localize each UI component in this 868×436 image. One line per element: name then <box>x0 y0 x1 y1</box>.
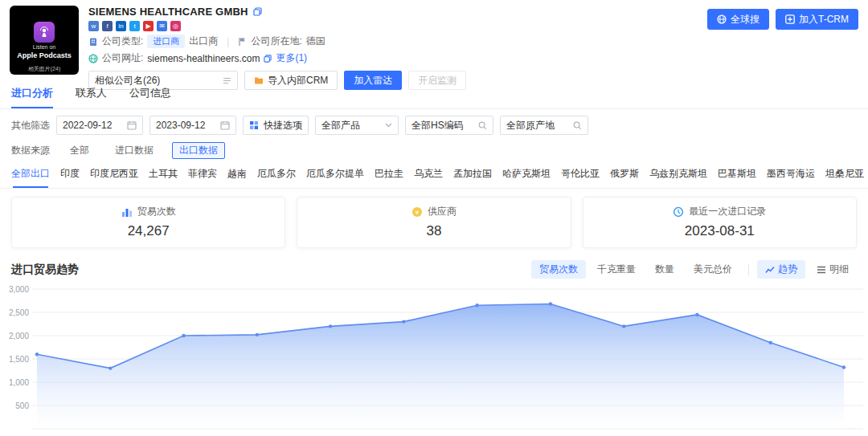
country-tab[interactable]: 巴基斯坦 <box>718 167 756 181</box>
product-select[interactable]: 全部产品 <box>315 116 399 135</box>
company-info: SIEMENS HEALTHCARE GMBH wfint▶✉◎ 公司类型: 进… <box>88 6 707 79</box>
global-search-button[interactable]: 全球搜 <box>707 9 769 30</box>
copy-link-icon[interactable] <box>264 55 272 63</box>
flag-icon <box>238 37 247 47</box>
company-header: Listen on Apple Podcasts 相关图片(24) SIEMEN… <box>0 0 868 79</box>
svg-text:3,000: 3,000 <box>9 285 29 294</box>
company-type-importer-tag[interactable]: 进口商 <box>147 35 185 48</box>
hs-code-select[interactable]: 全部HS编码 <box>405 116 493 135</box>
line-chart-icon <box>765 265 775 275</box>
linkedin-icon[interactable]: in <box>116 21 126 31</box>
country-tab[interactable]: 巴拉圭 <box>375 167 403 181</box>
globe-search-icon <box>717 14 727 24</box>
country-tab[interactable]: 俄罗斯 <box>610 167 639 181</box>
trend-controls: 贸易次数千克重量数量美元总价趋势明细 <box>531 260 857 279</box>
divider <box>748 264 749 275</box>
start-monitor-button[interactable]: 开启监测 <box>408 71 466 90</box>
svg-text:2,500: 2,500 <box>9 308 29 317</box>
stat-value: 38 <box>297 223 570 239</box>
country-tab[interactable]: 印度 <box>60 167 80 181</box>
trend-chart[interactable]: 5001,0001,5002,0002,5003,0002022-092022-… <box>2 281 866 436</box>
folder-import-icon <box>254 75 264 85</box>
metric-button[interactable]: 贸易次数 <box>531 260 586 279</box>
country-tab[interactable]: 坦桑尼亚 <box>825 167 864 181</box>
website-icon[interactable]: w <box>88 21 99 31</box>
company-type-exporter-tag[interactable]: 出口商 <box>189 35 218 48</box>
data-source-option[interactable]: 进口数据 <box>108 142 161 159</box>
country-tab[interactable]: 全部出口 <box>11 167 50 181</box>
youtube-icon[interactable]: ▶ <box>143 21 154 31</box>
location-label: 公司所在地: <box>251 35 301 48</box>
country-tab[interactable]: 厄瓜多尔提单 <box>306 167 364 181</box>
country-tab[interactable]: 哥伦比亚 <box>561 167 600 181</box>
date-start-input[interactable]: 2022-09-12 <box>56 116 143 135</box>
country-tab[interactable]: 土耳其 <box>149 167 178 181</box>
other-filter-label: 其他筛选 <box>11 119 50 132</box>
supplier-icon: ¥ <box>411 206 423 218</box>
facebook-icon[interactable]: f <box>102 21 113 31</box>
tab-contacts[interactable]: 联系人 <box>76 86 107 108</box>
list-expand-icon <box>223 76 231 85</box>
globe-icon <box>88 54 98 63</box>
chart-area: 5001,0001,5002,0002,5003,0002022-092022-… <box>0 281 868 436</box>
stat-card: 最近一次进口记录2023-08-31 <box>583 197 857 248</box>
twitter-icon[interactable]: t <box>129 21 140 31</box>
email-icon[interactable]: ✉ <box>157 21 167 31</box>
country-tab[interactable]: 印度尼西亚 <box>90 167 138 181</box>
data-source-row: 数据来源 全部进口数据出口数据 <box>0 138 868 161</box>
stat-value: 2023-08-31 <box>583 223 856 239</box>
plus-square-icon <box>785 14 795 24</box>
data-source-label: 数据来源 <box>11 144 50 157</box>
join-radar-button[interactable]: 加入雷达 <box>344 71 402 90</box>
country-tab[interactable]: 越南 <box>227 167 247 181</box>
quick-options-button[interactable]: 快捷选项 <box>243 116 309 135</box>
stat-value: 24,267 <box>12 223 285 239</box>
logo-caption: 相关图片(24) <box>10 65 79 73</box>
data-source-options: 全部进口数据出口数据 <box>63 142 225 159</box>
metric-button[interactable]: 千克重量 <box>589 260 644 279</box>
import-crm-button[interactable]: 导入内部CRM <box>244 71 338 90</box>
metric-button[interactable]: 数量 <box>647 260 682 279</box>
country-tab[interactable]: 厄瓜多尔 <box>257 167 296 181</box>
list-icon <box>817 265 826 275</box>
view-button[interactable]: 趋势 <box>757 260 805 279</box>
date-end-input[interactable]: 2023-09-12 <box>149 116 236 135</box>
metric-button[interactable]: 美元总价 <box>686 260 740 279</box>
stat-card: ¥供应商38 <box>297 197 571 248</box>
stat-label: 最近一次进口记录 <box>689 205 766 218</box>
chevron-down-icon <box>385 123 392 128</box>
data-source-option[interactable]: 全部 <box>63 142 96 159</box>
svg-text:500: 500 <box>15 401 29 410</box>
country-tab[interactable]: 乌克兰 <box>414 167 443 181</box>
trend-header: 进口贸易趋势 贸易次数千克重量数量美元总价趋势明细 <box>0 256 868 281</box>
search-icon <box>573 121 582 130</box>
tab-import-analysis[interactable]: 进口分析 <box>11 86 53 108</box>
trend-title: 进口贸易趋势 <box>11 263 79 277</box>
stat-label: 贸易次数 <box>137 205 176 218</box>
website-link[interactable]: siemens-healthineers.com <box>147 53 260 64</box>
country-tabs-row: 全部出口印度印度尼西亚土耳其菲律宾越南厄瓜多尔厄瓜多尔提单巴拉圭乌克兰孟加拉国哈… <box>0 161 868 189</box>
copy-icon[interactable] <box>253 7 262 16</box>
join-tcrm-button[interactable]: 加入T-CRM <box>776 9 858 30</box>
company-type-label: 公司类型: <box>102 35 143 48</box>
view-button[interactable]: 明细 <box>809 260 857 279</box>
svg-text:¥: ¥ <box>415 209 420 216</box>
company-logo: Listen on Apple Podcasts 相关图片(24) <box>10 6 79 75</box>
country-tab[interactable]: 孟加拉国 <box>453 167 492 181</box>
calendar-icon <box>220 120 230 130</box>
country-tab[interactable]: 墨西哥海运 <box>767 167 815 181</box>
apple-podcasts-icon <box>34 22 55 43</box>
country-tab[interactable]: 乌兹别克斯坦 <box>649 167 707 181</box>
calendar-icon <box>127 120 137 130</box>
country-tab[interactable]: 哈萨克斯坦 <box>502 167 551 181</box>
data-source-option[interactable]: 出口数据 <box>172 142 225 159</box>
bar-chart-icon <box>121 206 133 218</box>
more-link[interactable]: 更多(1) <box>276 51 307 65</box>
instagram-icon[interactable]: ◎ <box>170 21 181 31</box>
country-tab[interactable]: 菲律宾 <box>188 167 217 181</box>
svg-text:2,000: 2,000 <box>9 332 29 340</box>
clock-icon <box>673 206 684 218</box>
grid-icon <box>249 120 259 130</box>
tab-company-info[interactable]: 公司信息 <box>129 86 171 108</box>
origin-select[interactable]: 全部原产地 <box>500 116 588 135</box>
